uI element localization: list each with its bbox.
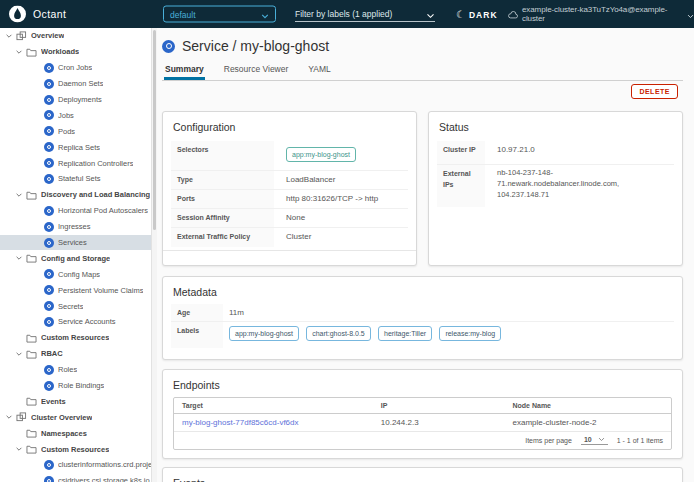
resource-icon: [44, 206, 54, 216]
row-label: Age: [171, 304, 223, 321]
sidebar-item-events[interactable]: Events: [0, 393, 151, 409]
sidebar-item-ingresses[interactable]: Ingresses: [0, 219, 151, 235]
resource-icon: [44, 110, 54, 120]
metadata-row-labels: Labels app:my-blog-ghost chart:ghost-8.0…: [171, 322, 674, 348]
sidebar-item-replication-controllers[interactable]: Replication Controllers: [0, 155, 151, 171]
chevron-down-icon: [261, 5, 269, 23]
sidebar-item-label: Roles: [58, 365, 77, 374]
resource-icon: [44, 317, 54, 327]
page-size-select[interactable]: 10: [581, 436, 608, 445]
chevron-down-icon[interactable]: [15, 48, 26, 56]
sidebar-item-config-and-storage[interactable]: Config and Storage: [0, 250, 151, 266]
resource-icon: [44, 269, 54, 279]
sidebar-item-deployments[interactable]: Deployments: [0, 92, 151, 108]
sidebar-item-label: Stateful Sets: [58, 174, 101, 183]
octant-app-window: Octant default Filter by labels (1 appli…: [0, 0, 694, 482]
sidebar-item-csidrivers-csi-storage-k8s-io[interactable]: csidrivers.csi.storage.k8s.io: [0, 473, 151, 482]
chevron-down-icon[interactable]: [5, 413, 16, 421]
cloud-icon: [508, 5, 518, 23]
page-title: Service / my-blog-ghost: [162, 38, 329, 54]
column-header-target: Target: [174, 398, 373, 413]
moon-icon: ☾: [456, 9, 465, 20]
card-title: Endpoints: [173, 379, 672, 391]
table-pagination: Items per page 10 1 - 1 of 1 items: [174, 432, 671, 449]
label-filter-input[interactable]: Filter by labels (1 applied): [295, 6, 435, 22]
sidebar-item-label: Replica Sets: [58, 143, 100, 152]
overview-icon: [16, 31, 27, 41]
sidebar-item-custom-resources[interactable]: Custom Resources: [0, 441, 151, 457]
app-title: Octant: [33, 8, 66, 20]
sidebar-item-daemon-sets[interactable]: Daemon Sets: [0, 76, 151, 92]
row-label: Type: [171, 171, 274, 189]
tab-summary[interactable]: Summary: [164, 61, 205, 80]
card-title: Events: [173, 477, 672, 482]
chevron-down-icon[interactable]: [15, 445, 26, 453]
resource-icon: [44, 301, 54, 311]
row-label: Session Affinity: [171, 209, 274, 227]
namespace-dropdown[interactable]: default: [163, 6, 276, 23]
config-row-type: Type LoadBalancer: [171, 171, 408, 190]
chevron-down-icon[interactable]: [15, 191, 26, 199]
sidebar-item-label: Workloads: [41, 47, 79, 56]
sidebar-item-clusterinformations-crd-projec[interactable]: clusterinformations.crd.projec: [0, 457, 151, 473]
sidebar-item-service-accounts[interactable]: Service Accounts: [0, 314, 151, 330]
row-label: Selectors: [171, 141, 274, 170]
configuration-card: Configuration Selectors app:my-blog-ghos…: [162, 111, 417, 266]
row-label: Labels: [171, 322, 223, 348]
sidebar-item-rbac[interactable]: RBAC: [0, 346, 151, 362]
sidebar-item-label: Horizontal Pod Autoscalers: [58, 206, 148, 215]
chevron-down-icon: [687, 5, 694, 23]
resource-icon: [44, 460, 54, 470]
sidebar-item-secrets[interactable]: Secrets: [0, 298, 151, 314]
tab-yaml[interactable]: YAML: [307, 61, 332, 80]
scrollbar-thumb[interactable]: [153, 30, 156, 230]
sidebar-item-persistent-volume-claims[interactable]: Persistent Volume Claims: [0, 282, 151, 298]
edit-link[interactable]: EDIT: [173, 263, 192, 266]
sidebar-item-namespaces[interactable]: Namespaces: [0, 425, 151, 441]
chevron-down-icon: [598, 437, 605, 442]
selector-chip[interactable]: app:my-blog-ghost: [286, 147, 356, 162]
theme-toggle[interactable]: ☾ DARK: [456, 9, 498, 20]
resource-icon: [44, 63, 54, 73]
label-chip[interactable]: release:my-blog: [439, 326, 501, 341]
sidebar-item-roles[interactable]: Roles: [0, 362, 151, 378]
delete-button[interactable]: DELETE: [631, 84, 678, 99]
sidebar-item-discovery-and-load-balancing[interactable]: Discovery and Load Balancing: [0, 187, 151, 203]
chevron-down-icon[interactable]: [15, 350, 26, 358]
sidebar-item-cron-jobs[interactable]: Cron Jobs: [0, 60, 151, 76]
endpoints-table: Target IP Node Name my-blog-ghost-77df85…: [173, 397, 672, 450]
sidebar-item-custom-resources[interactable]: Custom Resources: [0, 330, 151, 346]
sidebar-item-horizontal-pod-autoscalers[interactable]: Horizontal Pod Autoscalers: [0, 203, 151, 219]
sidebar-item-stateful-sets[interactable]: Stateful Sets: [0, 171, 151, 187]
cluster-context-dropdown[interactable]: example-cluster-ka3TuTzYo4a@example-clus…: [508, 5, 694, 23]
sidebar-item-workloads[interactable]: Workloads: [0, 44, 151, 60]
label-chip[interactable]: chart:ghost-8.0.5: [306, 326, 371, 341]
label-chip[interactable]: app:my-blog-ghost: [229, 326, 299, 341]
label-chip[interactable]: heritage:Tiller: [378, 326, 432, 341]
status-row-cluster-ip: Cluster IP 10.97.21.0: [437, 141, 674, 165]
row-value: 11m: [223, 304, 674, 321]
card-title: Status: [439, 121, 672, 133]
sidebar-item-label: clusterinformations.crd.projec: [58, 460, 151, 469]
endpoint-target-link[interactable]: my-blog-ghost-77df85c6cd-vf6dx: [182, 418, 299, 427]
chevron-down-icon[interactable]: [15, 254, 26, 262]
resource-icon: [44, 79, 54, 89]
sidebar-item-label: Secrets: [58, 302, 83, 311]
sidebar-item-config-maps[interactable]: Config Maps: [0, 266, 151, 282]
sidebar-item-cluster-overview[interactable]: Cluster Overview: [0, 409, 151, 425]
config-row-selectors: Selectors app:my-blog-ghost: [171, 141, 408, 171]
tab-resource-viewer[interactable]: Resource Viewer: [223, 61, 290, 80]
sidebar-item-jobs[interactable]: Jobs: [0, 107, 151, 123]
sidebar-item-label: Custom Resources: [41, 445, 109, 454]
sidebar-item-role-bindings[interactable]: Role Bindings: [0, 378, 151, 394]
sidebar-item-pods[interactable]: Pods: [0, 123, 151, 139]
sidebar-item-overview[interactable]: Overview: [0, 28, 151, 44]
folder-icon: [26, 444, 37, 454]
sidebar-scrollbar[interactable]: [152, 28, 157, 482]
resource-icon: [44, 174, 54, 184]
sidebar-item-replica-sets[interactable]: Replica Sets: [0, 139, 151, 155]
row-value: 10.97.21.0: [485, 141, 674, 164]
chevron-down-icon[interactable]: [5, 32, 16, 40]
folder-icon: [26, 333, 37, 343]
sidebar-item-services[interactable]: Services: [0, 235, 151, 251]
